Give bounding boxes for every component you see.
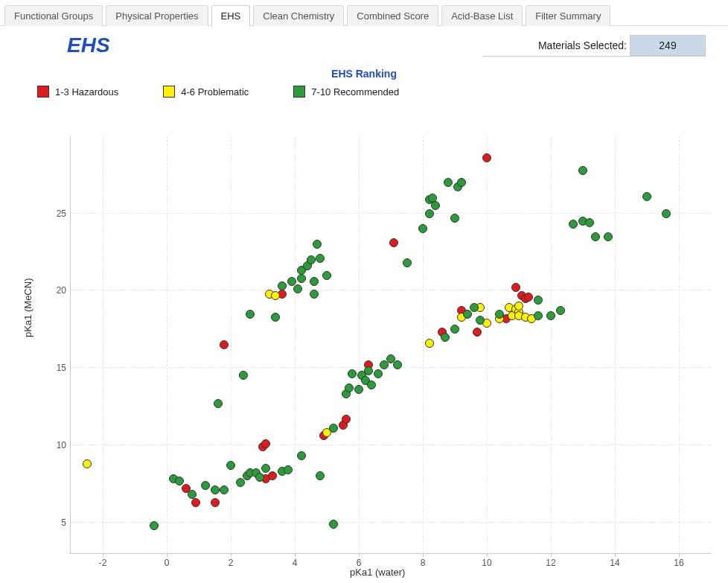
data-point[interactable]	[556, 306, 565, 315]
data-point[interactable]	[211, 498, 220, 507]
tab-acid-base-list[interactable]: Acid-Base List	[441, 5, 523, 26]
data-point[interactable]	[569, 220, 578, 229]
x-tick: 2	[229, 558, 234, 568]
data-point[interactable]	[191, 498, 200, 507]
data-point[interactable]	[476, 316, 485, 325]
data-point[interactable]	[239, 371, 248, 380]
data-point[interactable]	[348, 369, 357, 378]
tab-combined-score[interactable]: Combined Score	[347, 5, 438, 26]
data-point[interactable]	[278, 281, 287, 290]
data-point[interactable]	[310, 290, 319, 299]
data-point[interactable]	[495, 310, 504, 319]
data-point[interactable]	[261, 439, 270, 448]
legend-label: 1-3 Hazardous	[55, 86, 118, 98]
data-point[interactable]	[425, 339, 434, 348]
data-point[interactable]	[514, 302, 523, 310]
data-point[interactable]	[211, 485, 220, 494]
data-point[interactable]	[450, 325, 459, 334]
data-point[interactable]	[220, 340, 229, 349]
data-point[interactable]	[246, 310, 255, 319]
tab-ehs[interactable]: EHS	[211, 5, 251, 26]
materials-selected: Materials Selected: 249	[482, 35, 706, 57]
data-point[interactable]	[662, 209, 671, 218]
data-point[interactable]	[418, 224, 427, 233]
data-point[interactable]	[342, 415, 351, 424]
data-point[interactable]	[313, 240, 322, 249]
data-point[interactable]	[441, 333, 450, 342]
materials-selected-label: Materials Selected:	[538, 39, 627, 51]
data-point[interactable]	[297, 451, 306, 460]
data-point[interactable]	[524, 293, 533, 302]
data-point[interactable]	[329, 424, 338, 433]
data-point[interactable]	[226, 461, 235, 470]
data-point[interactable]	[255, 473, 264, 482]
data-point[interactable]	[220, 485, 229, 494]
data-point[interactable]	[268, 471, 277, 480]
data-point[interactable]	[534, 296, 543, 305]
data-point[interactable]	[316, 254, 325, 263]
data-point[interactable]	[374, 369, 383, 378]
data-point[interactable]	[310, 277, 319, 286]
data-point[interactable]	[585, 218, 594, 227]
tab-filter-summary[interactable]: Filter Summary	[526, 5, 610, 26]
data-point[interactable]	[150, 521, 159, 530]
y-tick: 5	[45, 517, 66, 528]
data-point[interactable]	[450, 214, 459, 223]
legend-item[interactable]: 7-10 Recommended	[293, 86, 399, 98]
data-point[interactable]	[425, 209, 434, 218]
page-title: EHS	[67, 34, 110, 57]
data-point[interactable]	[284, 465, 293, 474]
data-point[interactable]	[470, 303, 479, 312]
data-point[interactable]	[261, 464, 270, 473]
data-point[interactable]	[364, 366, 373, 375]
x-tick: 4	[293, 558, 298, 568]
data-point[interactable]	[431, 201, 440, 210]
data-point[interactable]	[307, 255, 316, 264]
tab-functional-groups[interactable]: Functional Groups	[4, 5, 103, 26]
legend-item[interactable]: 4-6 Problematic	[163, 86, 249, 98]
data-point[interactable]	[329, 520, 338, 529]
data-point[interactable]	[188, 490, 197, 499]
data-point[interactable]	[293, 284, 302, 293]
data-point[interactable]	[271, 313, 280, 322]
y-axis-label: pKa1 (MeCN)	[22, 278, 33, 337]
data-point[interactable]	[511, 283, 520, 292]
data-point[interactable]	[534, 311, 543, 320]
data-point[interactable]	[389, 238, 398, 247]
data-point[interactable]	[482, 153, 491, 162]
legend-label: 7-10 Recommended	[311, 86, 399, 98]
data-point[interactable]	[354, 385, 363, 394]
data-point[interactable]	[591, 232, 600, 241]
data-point[interactable]	[175, 477, 184, 485]
tab-clean-chemistry[interactable]: Clean Chemistry	[253, 5, 344, 26]
legend-swatch	[293, 86, 305, 98]
data-point[interactable]	[642, 192, 651, 201]
data-point[interactable]	[322, 271, 331, 280]
data-point[interactable]	[403, 258, 412, 267]
data-point[interactable]	[316, 471, 325, 480]
chart-title: EHS Ranking	[15, 62, 713, 80]
data-point[interactable]	[444, 178, 453, 187]
tab-physical-properties[interactable]: Physical Properties	[106, 5, 208, 26]
data-point[interactable]	[367, 380, 376, 389]
data-point[interactable]	[201, 481, 210, 490]
legend-item[interactable]: 1-3 Hazardous	[37, 86, 118, 98]
data-point[interactable]	[297, 274, 306, 283]
data-point[interactable]	[546, 311, 555, 320]
data-point[interactable]	[271, 291, 280, 300]
data-point[interactable]	[473, 328, 482, 337]
data-point[interactable]	[287, 277, 296, 286]
x-tick: -2	[99, 558, 107, 568]
data-point[interactable]	[214, 399, 223, 408]
data-point[interactable]	[457, 178, 466, 187]
data-point[interactable]	[393, 360, 402, 369]
scatter-plot[interactable]: -20246810121416510152025	[70, 136, 711, 554]
title-bar: EHS Materials Selected: 249	[0, 26, 728, 57]
x-tick: 6	[357, 558, 362, 568]
y-tick: 20	[45, 285, 66, 296]
data-point[interactable]	[604, 232, 613, 241]
data-point[interactable]	[345, 383, 354, 392]
data-point[interactable]	[578, 166, 587, 175]
x-axis-label: pKa1 (water)	[350, 567, 405, 578]
data-point[interactable]	[83, 459, 92, 468]
